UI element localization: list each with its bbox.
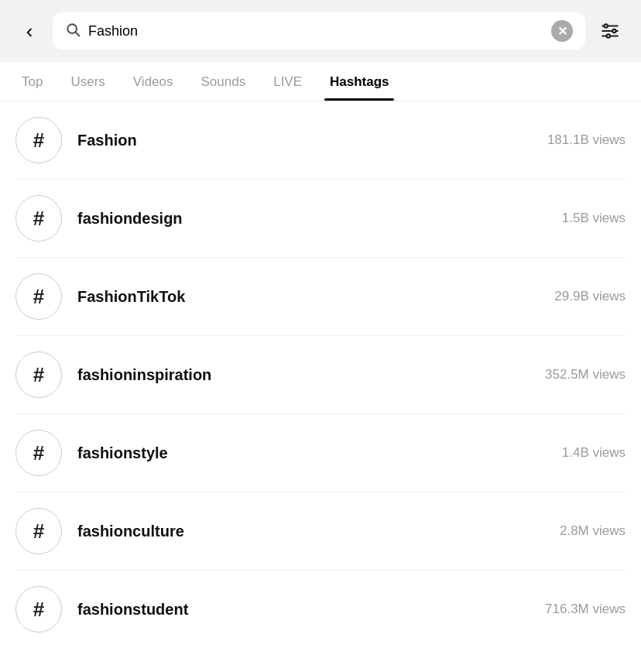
- hashtag-views: 2.8M views: [560, 523, 626, 539]
- item-info: fashionstudent: [77, 601, 530, 619]
- hashtag-icon: #: [15, 430, 62, 476]
- clear-button[interactable]: ✕: [551, 20, 573, 42]
- hashtag-views: 352.5M views: [545, 367, 626, 382]
- search-bar: Fashion ✕: [53, 12, 585, 50]
- hashtag-views: 716.3M views: [545, 602, 626, 617]
- hashtag-views: 1.4B views: [562, 445, 626, 461]
- svg-point-5: [604, 24, 607, 27]
- hashtag-name: FashionTikTok: [77, 288, 539, 306]
- hashtag-name: fashioninspiration: [77, 366, 530, 384]
- item-info: Fashion: [77, 132, 532, 149]
- hashtag-views: 29.9B views: [554, 289, 626, 304]
- svg-point-6: [612, 29, 615, 33]
- hashtag-icon: #: [15, 195, 62, 242]
- hashtag-icon: #: [15, 351, 62, 398]
- list-item[interactable]: # fashionstudent 716.3M views: [15, 571, 626, 648]
- list-item[interactable]: # fashioninspiration 352.5M views: [15, 336, 626, 414]
- back-button[interactable]: ‹: [15, 17, 43, 45]
- tab-live[interactable]: LIVE: [259, 62, 316, 101]
- hashtag-icon: #: [15, 508, 62, 554]
- svg-point-7: [607, 34, 610, 37]
- item-info: fashiondesign: [77, 210, 547, 228]
- hashtag-icon: #: [15, 273, 62, 320]
- tab-sounds[interactable]: Sounds: [187, 62, 260, 101]
- back-icon: ‹: [26, 21, 33, 41]
- tab-bar: Top Users Videos Sounds LIVE Hashtags: [0, 62, 641, 101]
- hashtag-name: Fashion: [77, 132, 532, 149]
- item-info: fashioninspiration: [77, 366, 530, 384]
- clear-icon: ✕: [557, 24, 567, 39]
- item-info: fashionculture: [77, 523, 544, 540]
- item-info: FashionTikTok: [77, 288, 539, 306]
- hashtag-list: # Fashion 181.1B views # fashiondesign 1…: [0, 101, 641, 648]
- search-header: ‹ Fashion ✕: [0, 0, 641, 62]
- hashtag-name: fashiondesign: [77, 210, 547, 228]
- hashtag-icon: #: [15, 117, 62, 163]
- hashtag-views: 181.1B views: [547, 132, 626, 148]
- filter-icon: [600, 21, 620, 41]
- list-item[interactable]: # FashionTikTok 29.9B views: [15, 258, 626, 336]
- hashtag-icon: #: [15, 586, 62, 633]
- hashtag-name: fashionstyle: [77, 444, 547, 462]
- list-item[interactable]: # Fashion 181.1B views: [15, 101, 626, 180]
- list-item[interactable]: # fashionculture 2.8M views: [15, 492, 626, 571]
- search-input[interactable]: Fashion: [88, 23, 543, 39]
- item-info: fashionstyle: [77, 444, 547, 462]
- list-item[interactable]: # fashiondesign 1.5B views: [15, 180, 626, 258]
- hashtag-views: 1.5B views: [562, 211, 626, 226]
- list-item[interactable]: # fashionstyle 1.4B views: [15, 414, 626, 492]
- svg-line-1: [76, 32, 80, 36]
- hashtag-name: fashionculture: [77, 523, 544, 540]
- tab-users[interactable]: Users: [57, 62, 118, 101]
- tab-videos[interactable]: Videos: [119, 62, 187, 101]
- hashtag-name: fashionstudent: [77, 601, 530, 619]
- tab-top[interactable]: Top: [8, 62, 57, 101]
- search-icon: [65, 22, 81, 41]
- tab-hashtags[interactable]: Hashtags: [316, 62, 403, 101]
- filter-button[interactable]: [595, 15, 626, 46]
